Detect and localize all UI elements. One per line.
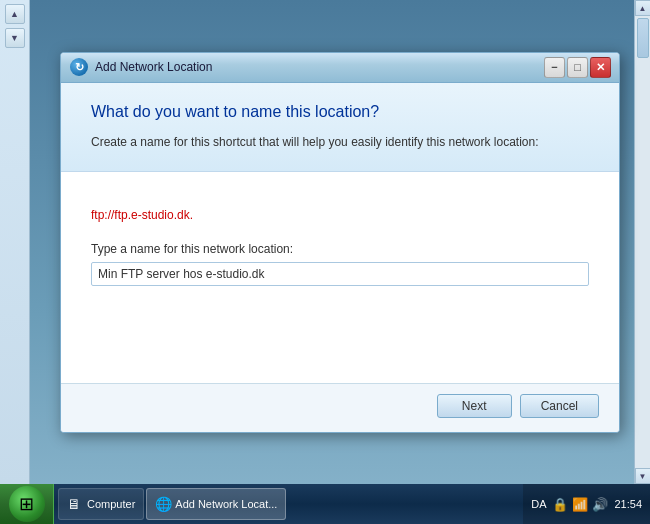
taskbar: ⊞ 🖥 Computer 🌐 Add Network Locat... DA 🔒… [0,484,650,524]
computer-icon: 🖥 [67,496,83,512]
dialog-title-bar: ↻ Add Network Location − □ ✕ [61,53,619,83]
security-tray-icon: 🔒 [552,497,568,512]
taskbar-right: DA 🔒 📶 🔊 21:54 [523,484,650,524]
name-field-label: Type a name for this network location: [91,242,589,256]
taskbar-item-computer-label: Computer [87,498,135,510]
dialog-content: What do you want to name this location? … [61,83,619,383]
volume-tray-icon: 🔊 [592,497,608,512]
network-location-icon: 🌐 [155,496,171,512]
network-tray-icon: 📶 [572,497,588,512]
dialog-heading: What do you want to name this location? [91,103,589,121]
taskbar-item-network-label: Add Network Locat... [175,498,277,510]
ftp-url-link[interactable]: ftp://ftp.e-studio.dk. [91,208,589,222]
system-clock: 21:54 [614,497,642,511]
dialog-overlay: ↻ Add Network Location − □ ✕ What do you… [30,0,650,484]
dialog-footer: Next Cancel [61,383,619,432]
dialog-body: ftp://ftp.e-studio.dk. Type a name for t… [91,192,589,302]
network-icon: ↻ [70,58,88,76]
location-name-input[interactable] [91,262,589,286]
taskbar-item-network[interactable]: 🌐 Add Network Locat... [146,488,286,520]
sidebar-scroll-down[interactable]: ▼ [5,28,25,48]
minimize-button[interactable]: − [544,57,565,78]
desktop: ▲ ▼ ▲ ▼ ↻ Add Network Location − □ ✕ [0,0,650,524]
close-button[interactable]: ✕ [590,57,611,78]
tray-icons: 🔒 📶 🔊 [552,497,608,512]
dialog-header: What do you want to name this location? … [61,83,619,172]
add-network-location-dialog: ↻ Add Network Location − □ ✕ What do you… [60,52,620,433]
maximize-button[interactable]: □ [567,57,588,78]
dialog-title-text: Add Network Location [95,60,544,74]
start-button[interactable]: ⊞ [0,484,54,524]
taskbar-items: 🖥 Computer 🌐 Add Network Locat... [54,484,523,524]
sidebar-scroll-up[interactable]: ▲ [5,4,25,24]
clock-time: 21:54 [614,498,642,510]
sidebar-panel: ▲ ▼ [0,0,30,484]
taskbar-item-computer[interactable]: 🖥 Computer [58,488,144,520]
language-indicator: DA [531,498,546,510]
title-bar-controls: − □ ✕ [544,57,611,78]
next-button[interactable]: Next [437,394,512,418]
start-orb-icon: ⊞ [9,486,45,522]
cancel-button[interactable]: Cancel [520,394,599,418]
dialog-icon: ↻ [69,57,89,77]
dialog-subtitle: Create a name for this shortcut that wil… [91,133,589,151]
